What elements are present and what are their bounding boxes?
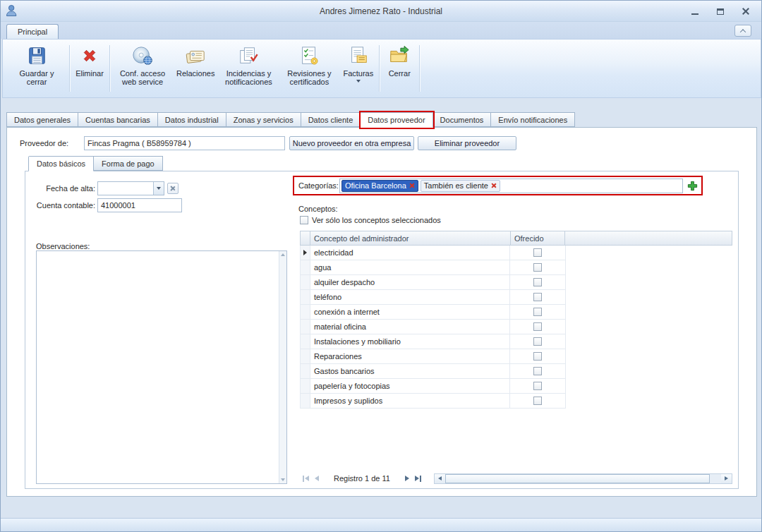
tab-datos-cliente[interactable]: Datos cliente: [301, 112, 361, 127]
proveedor-input[interactable]: Fincas Pragma ( B58959784 ): [84, 136, 285, 150]
record-navigator: Registro 1 de 11: [300, 472, 732, 485]
close-button[interactable]: [739, 6, 753, 17]
cuenta-contable-label: Cuenta contable:: [25, 201, 95, 210]
ofrecido-cell: [510, 290, 565, 304]
restore-icon: [717, 8, 724, 15]
ofrecido-checkbox[interactable]: [533, 367, 542, 375]
toolbar-separator: [109, 45, 110, 92]
remove-tag-icon[interactable]: [491, 183, 497, 188]
categoria-tag[interactable]: También es cliente: [421, 180, 500, 192]
ribbon-collapse-button[interactable]: [734, 25, 751, 37]
restore-button[interactable]: [713, 6, 727, 17]
ribbon-tab-principal[interactable]: Principal: [6, 24, 59, 39]
revisions-certificates-button[interactable]: Revisiones y certificados: [279, 42, 339, 95]
relations-button[interactable]: Relaciones: [173, 42, 218, 95]
tab-datos-generales[interactable]: Datos generales: [6, 112, 78, 127]
grid-row[interactable]: Gastos bancarios: [300, 364, 566, 379]
ofrecido-checkbox[interactable]: [533, 263, 542, 272]
ofrecido-checkbox[interactable]: [533, 352, 542, 361]
filter-checkbox-label: Ver sólo los conceptos seleccionados: [312, 216, 441, 224]
grid-row[interactable]: material oficina: [300, 320, 566, 334]
next-record-icon: [405, 476, 409, 481]
grid-row[interactable]: papelería y fotocopias: [300, 379, 566, 394]
incidents-notifications-button[interactable]: Incidencias y notificaciones: [218, 42, 279, 95]
invoices-button[interactable]: Facturas: [339, 42, 377, 95]
filter-checkbox-row[interactable]: Ver sólo los conceptos seleccionados: [300, 216, 441, 224]
eliminar-proveedor-button[interactable]: Eliminar proveedor: [418, 136, 516, 150]
row-indicator: [301, 334, 310, 349]
categoria-tag[interactable]: Oficina Barcelona: [341, 180, 418, 192]
vertical-scrollbar[interactable]: [279, 251, 286, 483]
certificates-icon: [298, 44, 320, 68]
save-and-close-button[interactable]: Guardar y cerrar: [6, 42, 67, 95]
scrollbar-track[interactable]: [445, 474, 721, 483]
grid-row[interactable]: alquiler despacho: [300, 275, 566, 290]
grid-row[interactable]: teléfono: [300, 290, 566, 305]
tab-documentos[interactable]: Documentos: [433, 112, 492, 127]
cuenta-contable-input[interactable]: 41000001: [97, 198, 182, 212]
nav-last-button[interactable]: [413, 473, 424, 484]
grid-row[interactable]: Impresos y suplidos: [300, 394, 566, 409]
window-title: Andres Jimenez Rato - Industrial: [1, 6, 761, 16]
horizontal-scrollbar[interactable]: [434, 473, 732, 484]
button-label: Guardar y cerrar: [10, 69, 64, 86]
tab-cuentas-bancarias[interactable]: Cuentas bancarias: [78, 112, 158, 127]
ofrecido-checkbox[interactable]: [533, 337, 542, 346]
observaciones-textarea[interactable]: [36, 250, 287, 484]
scroll-right-button[interactable]: [721, 474, 732, 483]
button-label: Cerrar: [389, 69, 411, 78]
ofrecido-cell: [510, 320, 565, 334]
tag-label: Oficina Barcelona: [345, 181, 406, 190]
scroll-left-icon: [438, 476, 442, 480]
scroll-left-button[interactable]: [435, 474, 445, 483]
ribbon-tab-row: Principal: [1, 22, 761, 39]
ofrecido-checkbox[interactable]: [533, 293, 542, 301]
grid-row[interactable]: agua: [300, 260, 566, 275]
ofrecido-cell: [510, 334, 565, 349]
tab-datos-proveedor[interactable]: Datos proveedor: [361, 112, 433, 128]
tab-envío-notificaciones[interactable]: Envío notificaciones: [491, 112, 575, 127]
remove-tag-icon[interactable]: [409, 183, 415, 188]
tab-zonas-y-servicios[interactable]: Zonas y servicios: [226, 112, 301, 127]
close-icon: [742, 8, 749, 15]
column-header-ofrecido[interactable]: Ofrecido: [511, 231, 565, 245]
column-header-concepto[interactable]: Concepto del administrador: [310, 231, 511, 245]
nuevo-proveedor-button[interactable]: Nuevo proveedor en otra empresa: [289, 136, 414, 150]
button-label: Conf. acceso web service: [116, 69, 169, 86]
grid-row[interactable]: electricidad: [300, 246, 566, 260]
grid-row[interactable]: Instalaciones y mobiliario: [300, 334, 566, 349]
delete-button[interactable]: Eliminar: [72, 42, 107, 95]
filter-checkbox[interactable]: [300, 216, 308, 224]
clear-date-button[interactable]: [167, 183, 179, 194]
ofrecido-checkbox[interactable]: [533, 397, 542, 405]
window-controls: [688, 6, 753, 17]
categorias-field[interactable]: Oficina BarcelonaTambién es cliente: [339, 179, 683, 193]
conceptos-grid: Concepto del administrador Ofrecido elec…: [300, 231, 732, 409]
ofrecido-checkbox[interactable]: [533, 382, 542, 390]
fecha-alta-combo[interactable]: [97, 181, 164, 195]
ofrecido-checkbox[interactable]: [533, 308, 542, 316]
nav-prev-button[interactable]: [311, 473, 322, 484]
scrollbar-thumb[interactable]: [445, 474, 710, 483]
tab-datos-industrial[interactable]: Datos industrial: [158, 112, 226, 127]
chevron-down-icon: [157, 187, 161, 190]
web-service-config-button[interactable]: Conf. acceso web service: [112, 42, 173, 95]
row-indicator: [301, 260, 310, 274]
ofrecido-checkbox[interactable]: [533, 278, 542, 286]
subtab-datos-basicos[interactable]: Datos básicos: [28, 156, 94, 171]
minimize-button[interactable]: [688, 6, 702, 17]
row-indicator: [301, 246, 310, 260]
dropdown-button[interactable]: [153, 182, 164, 195]
nav-first-button[interactable]: [300, 473, 311, 484]
record-count-label: Registro 1 de 11: [334, 474, 390, 483]
nav-next-button[interactable]: [401, 473, 413, 484]
grid-row[interactable]: conexión a internet: [300, 305, 566, 320]
ofrecido-checkbox[interactable]: [533, 248, 542, 257]
close-form-button[interactable]: Cerrar: [382, 42, 417, 95]
ofrecido-cell: [510, 260, 565, 274]
ofrecido-cell: [510, 246, 565, 260]
add-categoria-button[interactable]: [686, 179, 699, 193]
subtab-forma-de-pago[interactable]: Forma de pago: [94, 156, 163, 171]
ofrecido-checkbox[interactable]: [533, 322, 542, 331]
grid-row[interactable]: Reparaciones: [300, 349, 566, 364]
